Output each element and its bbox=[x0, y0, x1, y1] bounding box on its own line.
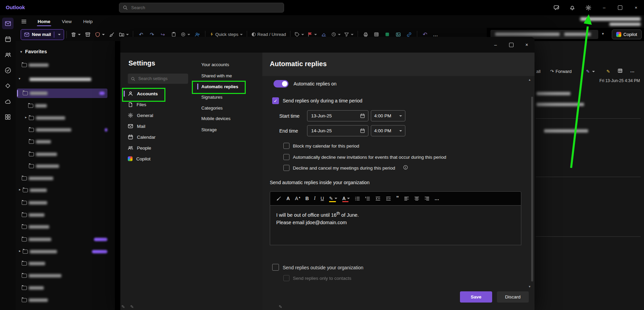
app-logo[interactable]: Outlook bbox=[6, 4, 25, 10]
decline-meetings-checkbox[interactable] bbox=[283, 165, 289, 171]
block-calendar-checkbox[interactable] bbox=[283, 143, 289, 149]
contacts-only-checkbox[interactable] bbox=[283, 275, 289, 281]
calendar-icon[interactable] bbox=[360, 128, 365, 133]
folder-item[interactable]: ▸ bbox=[16, 247, 112, 256]
settings-nav-calendar[interactable]: Calendar bbox=[123, 132, 190, 142]
folder-expand-chevron-icon[interactable]: ▾ bbox=[19, 77, 20, 80]
end-time-select[interactable]: 4:00 PM bbox=[371, 125, 405, 136]
more-options-button[interactable]: … bbox=[630, 68, 635, 73]
settings-nav-accounts[interactable]: Accounts bbox=[123, 89, 190, 99]
chevron-down-icon[interactable] bbox=[58, 34, 61, 35]
format-painter-icon[interactable] bbox=[276, 196, 281, 201]
reply-all-partial-label[interactable]: all bbox=[536, 69, 541, 74]
new-mail-button[interactable]: New mail bbox=[21, 29, 64, 40]
favorites-header[interactable]: ▾ Favorites bbox=[20, 49, 47, 54]
folder-item[interactable] bbox=[16, 283, 112, 293]
settings-nav-files[interactable]: Files bbox=[123, 99, 190, 110]
folder-item[interactable] bbox=[16, 137, 112, 147]
indent-button[interactable] bbox=[386, 196, 391, 201]
folder-expand-chevron-icon[interactable]: ▸ bbox=[19, 188, 21, 191]
rail-mail-icon[interactable] bbox=[2, 18, 14, 29]
align-center-button[interactable] bbox=[414, 196, 419, 201]
underline-button[interactable]: U bbox=[321, 196, 324, 201]
feedback-icon[interactable] bbox=[548, 0, 564, 15]
folder-item[interactable] bbox=[16, 150, 112, 159]
rail-onedrive-cloud-icon[interactable] bbox=[2, 96, 14, 107]
highlighter-button[interactable]: ✎ bbox=[606, 69, 610, 74]
subnav-signatures[interactable]: Signatures bbox=[197, 92, 260, 102]
subnav-shared-with-me[interactable]: Shared with me bbox=[197, 71, 260, 80]
settings-nav-copilot[interactable]: Copilot bbox=[123, 154, 190, 164]
subnav-mobile-devices[interactable]: Mobile devices bbox=[197, 114, 260, 123]
subnav-categories[interactable]: Categories bbox=[197, 103, 260, 113]
folder-item[interactable] bbox=[16, 101, 112, 111]
tab-view[interactable]: View bbox=[61, 16, 73, 27]
rail-calendar-icon[interactable] bbox=[2, 33, 14, 45]
rail-people-icon[interactable] bbox=[2, 49, 14, 60]
folder-item[interactable] bbox=[16, 174, 112, 183]
align-left-button[interactable] bbox=[404, 196, 409, 201]
folder-item[interactable] bbox=[16, 89, 112, 98]
italic-button[interactable]: I bbox=[314, 196, 316, 201]
subnav-storage[interactable]: Storage bbox=[197, 125, 260, 134]
window-close-button[interactable]: × bbox=[628, 0, 644, 15]
dialog-close-button[interactable]: × bbox=[519, 37, 535, 53]
font-color-button[interactable]: A bbox=[342, 196, 350, 201]
dialog-maximize-button[interactable] bbox=[503, 37, 519, 53]
apps-grid-button[interactable] bbox=[618, 68, 623, 73]
highlight-color-button[interactable]: ✎ bbox=[329, 196, 337, 201]
settings-nav-mail[interactable]: Mail bbox=[123, 121, 190, 131]
folder-item[interactable] bbox=[16, 295, 112, 305]
quote-button[interactable]: ” bbox=[396, 195, 399, 201]
forward-button[interactable]: ↷Forward bbox=[550, 69, 572, 74]
bullet-list-button[interactable] bbox=[355, 196, 360, 201]
dialog-minimize-button[interactable]: – bbox=[488, 37, 503, 53]
window-restore-button[interactable] bbox=[612, 0, 628, 15]
folder-item[interactable]: ▸ bbox=[16, 113, 112, 123]
scroll-up-icon[interactable]: ▴ bbox=[529, 78, 530, 81]
end-date-input[interactable] bbox=[307, 125, 368, 136]
subnav-automatic-replies[interactable]: Automatic replies bbox=[197, 82, 260, 91]
report-button[interactable] bbox=[93, 30, 106, 39]
outside-org-checkbox[interactable] bbox=[272, 264, 279, 271]
folder-item[interactable] bbox=[16, 210, 112, 220]
rail-more-apps-icon[interactable] bbox=[2, 111, 14, 123]
delete-button[interactable] bbox=[69, 30, 82, 39]
folder-expand-chevron-icon[interactable]: ▸ bbox=[25, 115, 27, 119]
hamburger-menu-icon[interactable] bbox=[21, 19, 27, 24]
calendar-icon[interactable] bbox=[360, 113, 365, 118]
start-time-select[interactable]: 4:00 PM bbox=[371, 110, 405, 121]
ribbon-collapse-chevron-icon[interactable]: ▾ bbox=[602, 32, 604, 36]
auto-reply-message-editor[interactable]: I will be out of office until 16th of Ju… bbox=[270, 206, 521, 245]
settings-gear-icon[interactable] bbox=[580, 0, 596, 15]
settings-nav-people[interactable]: People bbox=[123, 143, 190, 153]
rail-todo-icon[interactable] bbox=[2, 64, 14, 76]
copilot-button[interactable]: Copilot bbox=[612, 30, 642, 39]
settings-search-box[interactable] bbox=[128, 74, 188, 84]
settings-nav-general[interactable]: General bbox=[123, 110, 190, 120]
folder-item[interactable] bbox=[16, 198, 112, 208]
subnav-your-accounts[interactable]: Your accounts bbox=[197, 60, 260, 69]
folder-item[interactable] bbox=[16, 125, 112, 135]
align-right-button[interactable] bbox=[424, 196, 429, 201]
folder-item[interactable] bbox=[16, 60, 112, 70]
automatic-replies-toggle[interactable] bbox=[274, 80, 288, 88]
folder-item[interactable] bbox=[16, 161, 112, 171]
start-date-input[interactable] bbox=[307, 110, 368, 121]
font-icon[interactable]: A bbox=[286, 196, 290, 201]
scroll-down-icon[interactable]: ▾ bbox=[529, 285, 530, 288]
notifications-bell-icon[interactable] bbox=[564, 0, 580, 15]
pen-tools-button[interactable]: ✎ bbox=[586, 69, 595, 74]
start-date-value[interactable] bbox=[310, 113, 357, 119]
window-minimize-button[interactable]: – bbox=[596, 0, 612, 15]
sweep-button[interactable] bbox=[106, 30, 117, 39]
outdent-button[interactable] bbox=[375, 196, 381, 201]
numbered-list-button[interactable] bbox=[365, 196, 370, 201]
folder-item[interactable] bbox=[16, 235, 112, 244]
folder-item[interactable]: ▸ bbox=[16, 186, 112, 195]
editor-more-button[interactable]: … bbox=[435, 196, 440, 201]
discard-button[interactable]: Discard bbox=[497, 291, 529, 303]
folder-item[interactable] bbox=[16, 259, 112, 268]
folder-item[interactable]: ▾ bbox=[16, 75, 112, 84]
dialog-scrollbar[interactable] bbox=[531, 97, 533, 282]
